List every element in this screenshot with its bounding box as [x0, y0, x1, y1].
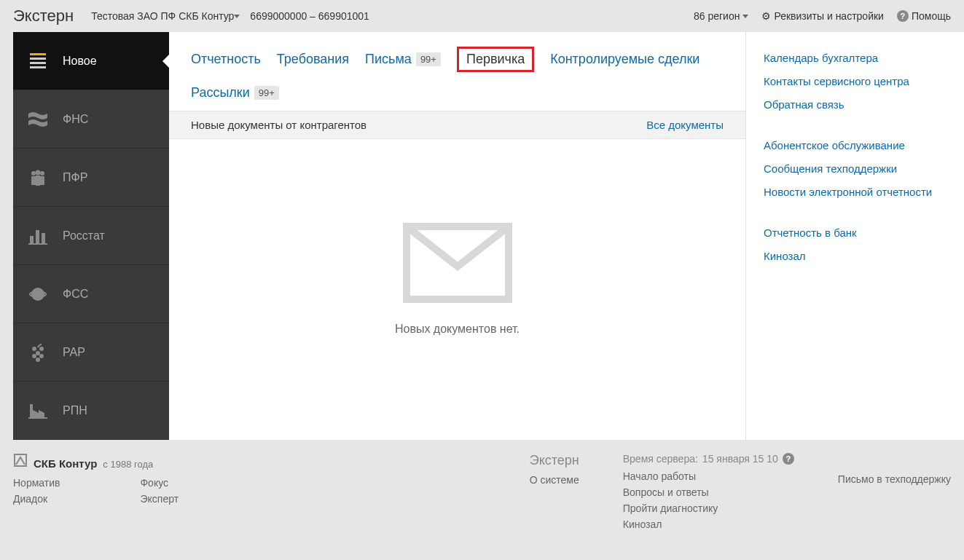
region-selector[interactable]: 86 регион: [694, 10, 748, 22]
rightlink[interactable]: Сообщения техподдержки: [764, 160, 947, 178]
new-icon: [28, 51, 48, 71]
sidebar: Новое ФНС ПФР Росстат ФСС: [13, 32, 169, 440]
svg-point-1: [36, 170, 41, 175]
tab-label: Письма: [365, 52, 412, 67]
footer-link[interactable]: Начало работы: [623, 470, 794, 482]
empty-text: Новых документов нет.: [395, 323, 520, 336]
footer-link[interactable]: Эксперт: [140, 493, 179, 505]
svg-point-16: [39, 354, 44, 358]
footer-link[interactable]: Пройти диагностику: [623, 502, 794, 514]
footer: СКБ Контур с 1988 года Норматив Диадок Ф…: [0, 440, 964, 551]
svg-rect-9: [28, 243, 47, 245]
tab-primary[interactable]: Первичка: [457, 47, 534, 72]
settings-label: Реквизиты и настройки: [774, 10, 883, 22]
sidebar-item-pfr[interactable]: ПФР: [13, 149, 169, 207]
footer-link[interactable]: Кинозал: [623, 518, 794, 530]
right-column: Календарь бухгалтера Контакты сервисного…: [745, 32, 964, 440]
badge: 99+: [416, 52, 441, 66]
subheader: Новые документы от контрагентов Все доку…: [169, 111, 745, 139]
org-selector[interactable]: Тестовая ЗАО ПФ СКБ Контур: [91, 10, 240, 22]
flag-icon: [28, 109, 48, 130]
app-logo: Экстерн: [13, 7, 74, 25]
svg-rect-7: [36, 230, 39, 243]
rightlink[interactable]: Новости электронной отчетности: [764, 184, 947, 201]
footer-link[interactable]: Вопросы и ответы: [623, 486, 794, 498]
region-label: 86 регион: [694, 10, 740, 22]
chevron-down-icon: [742, 15, 748, 18]
footer-link[interactable]: Диадок: [13, 493, 60, 505]
sidebar-item-label: Росстат: [63, 229, 105, 242]
svg-point-0: [31, 171, 36, 176]
svg-point-12: [32, 347, 36, 351]
footer-extern: Экстерн: [530, 453, 579, 468]
factory-icon: [28, 401, 48, 421]
sidebar-item-rpn[interactable]: РПН: [13, 382, 169, 440]
support-link[interactable]: Письмо в техподдержку: [838, 473, 951, 485]
server-time: Время сервера: 15 января 15 10 ?: [623, 453, 794, 465]
sidebar-item-fns[interactable]: ФНС: [13, 90, 169, 149]
topbar: Экстерн Тестовая ЗАО ПФ СКБ Контур 66990…: [0, 0, 964, 32]
sidebar-item-rar[interactable]: РАР: [13, 323, 169, 382]
gear-icon: ⚙: [761, 10, 771, 22]
tabs: Отчетность Требования Письма 99+ Первичк…: [169, 32, 745, 111]
svg-rect-19: [28, 417, 47, 419]
rightlink[interactable]: Отчетность в банк: [764, 224, 947, 242]
rightlink[interactable]: Кинозал: [764, 248, 947, 265]
footer-link[interactable]: Норматив: [13, 477, 60, 489]
chart-icon: [28, 226, 48, 246]
svg-rect-3: [31, 176, 36, 185]
svg-point-13: [39, 347, 44, 351]
svg-rect-18: [30, 404, 33, 417]
svg-point-15: [32, 354, 36, 358]
grapes-icon: [28, 342, 48, 363]
settings-link[interactable]: ⚙ Реквизиты и настройки: [761, 10, 883, 22]
chevron-down-icon: [234, 15, 240, 18]
tab-mailings[interactable]: Рассылки 99+: [191, 85, 279, 100]
footer-since: с 1988 года: [103, 459, 153, 470]
help-icon[interactable]: ?: [783, 453, 794, 465]
svg-point-10: [31, 288, 44, 301]
sidebar-item-label: Новое: [63, 55, 97, 68]
about-link[interactable]: О системе: [530, 474, 579, 486]
svg-point-17: [36, 358, 40, 362]
org-name: Тестовая ЗАО ПФ СКБ Контур: [91, 10, 234, 22]
tab-requests[interactable]: Требования: [277, 52, 349, 67]
svg-point-2: [40, 171, 44, 176]
subheader-title: Новые документы от контрагентов: [191, 119, 367, 131]
sidebar-item-label: ФСС: [63, 288, 88, 301]
sidebar-item-label: РАР: [63, 346, 85, 359]
rightlink[interactable]: Контакты сервисного центра: [764, 73, 947, 90]
tab-controlled[interactable]: Контролируемые сделки: [550, 52, 700, 67]
inn-kpp: 6699000000 – 669901001: [250, 10, 369, 22]
help-icon: ?: [897, 10, 909, 22]
help-label: Помощь: [912, 10, 951, 22]
company-logo-icon: [13, 453, 28, 470]
empty-state: Новых документов нет.: [169, 139, 745, 440]
tab-label: Рассылки: [191, 85, 250, 100]
sidebar-item-label: ФНС: [63, 113, 88, 126]
tab-reporting[interactable]: Отчетность: [191, 52, 261, 67]
svg-point-14: [36, 351, 40, 355]
sidebar-item-fss[interactable]: ФСС: [13, 265, 169, 323]
rightlink[interactable]: Календарь бухгалтера: [764, 50, 947, 67]
sidebar-item-new[interactable]: Новое: [13, 32, 169, 90]
envelope-icon: [399, 219, 516, 307]
badge: 99+: [254, 86, 279, 100]
sidebar-item-label: ПФР: [63, 171, 87, 184]
svg-rect-6: [30, 236, 34, 243]
main-content: Отчетность Требования Письма 99+ Первичк…: [169, 32, 745, 440]
svg-rect-5: [40, 176, 44, 185]
globe-icon: [28, 284, 48, 304]
footer-link[interactable]: Фокус: [140, 477, 179, 489]
rightlink[interactable]: Обратная связь: [764, 96, 947, 114]
sidebar-item-label: РПН: [63, 404, 87, 417]
tab-letters[interactable]: Письма 99+: [365, 52, 441, 67]
rightlink[interactable]: Абонентское обслуживание: [764, 137, 947, 154]
all-documents-link[interactable]: Все документы: [646, 119, 724, 131]
sidebar-item-rosstat[interactable]: Росстат: [13, 207, 169, 265]
help-link[interactable]: ? Помощь: [897, 10, 951, 22]
footer-brand: СКБ Контур: [34, 457, 97, 470]
people-icon: [28, 167, 48, 188]
svg-rect-4: [36, 176, 40, 186]
svg-rect-8: [42, 233, 45, 243]
